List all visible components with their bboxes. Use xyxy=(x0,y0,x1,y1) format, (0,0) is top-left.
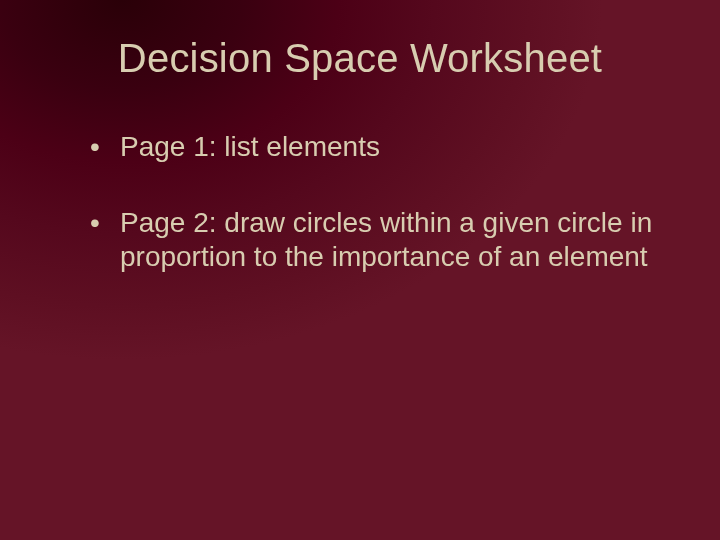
bullet-text: Page 1: list elements xyxy=(120,131,380,162)
bullet-text: Page 2: draw circles within a given circ… xyxy=(120,207,652,272)
list-item: Page 2: draw circles within a given circ… xyxy=(90,206,660,274)
list-item: Page 1: list elements xyxy=(90,130,660,164)
slide-title: Decision Space Worksheet xyxy=(0,36,720,81)
slide-body: Page 1: list elements Page 2: draw circl… xyxy=(90,130,660,316)
bullet-list: Page 1: list elements Page 2: draw circl… xyxy=(90,130,660,274)
slide: Decision Space Worksheet Page 1: list el… xyxy=(0,0,720,540)
